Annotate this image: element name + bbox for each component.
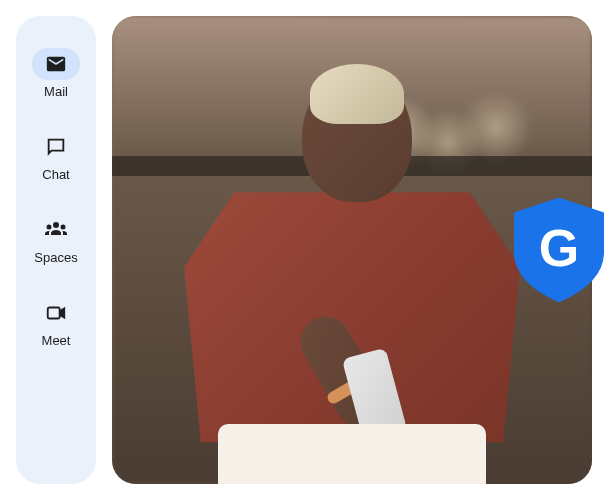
meet-icon-wrapper (32, 297, 80, 329)
shield-letter: G (539, 217, 579, 277)
sidebar-item-label: Spaces (34, 250, 77, 265)
sidebar-item-meet[interactable]: Meet (16, 297, 96, 348)
spaces-icon (44, 219, 68, 241)
mail-icon (45, 53, 67, 75)
sidebar-item-chat[interactable]: Chat (16, 131, 96, 182)
security-shield-badge: G (514, 198, 604, 303)
shield-icon: G (514, 198, 604, 303)
person-hair (310, 64, 404, 124)
svg-rect-3 (48, 308, 60, 319)
person-head (302, 72, 412, 202)
sidebar-item-spaces[interactable]: Spaces (16, 214, 96, 265)
spaces-icon-wrapper (32, 214, 80, 246)
sidebar-item-mail[interactable]: Mail (16, 48, 96, 99)
sidebar-item-label: Chat (42, 167, 69, 182)
svg-point-1 (47, 225, 52, 230)
svg-point-2 (61, 225, 66, 230)
app-container: Mail Chat Spaces (0, 0, 608, 500)
person-illustration (184, 72, 520, 484)
meet-icon (45, 302, 67, 324)
mail-icon-wrapper (32, 48, 80, 80)
sidebar-item-label: Mail (44, 84, 68, 99)
chat-icon (45, 136, 67, 158)
svg-point-0 (53, 222, 59, 228)
sidebar-item-label: Meet (42, 333, 71, 348)
sidebar-nav: Mail Chat Spaces (16, 16, 96, 484)
person-pants (218, 424, 487, 484)
chat-icon-wrapper (32, 131, 80, 163)
